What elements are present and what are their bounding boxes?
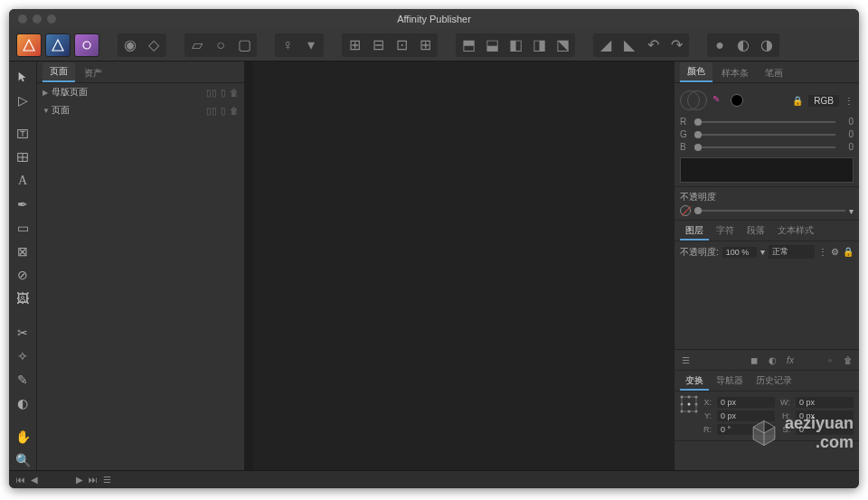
canvas-area[interactable]	[244, 61, 674, 470]
tab-textstyles[interactable]: 文本样式	[772, 222, 819, 241]
toolbar-btn-3[interactable]: ▱	[185, 34, 209, 56]
tab-paragraph[interactable]: 段落	[741, 222, 770, 241]
toolbar-btn-7[interactable]: ▾	[299, 34, 323, 56]
delete-icon[interactable]: 🗑	[230, 106, 239, 116]
crop-tool[interactable]: ✂	[12, 323, 33, 343]
r-value[interactable]: 0	[841, 117, 854, 127]
persona-designer[interactable]	[45, 33, 71, 57]
tab-pages[interactable]: 页面	[42, 62, 75, 82]
opacity-dropdown-icon[interactable]: ▾	[849, 206, 854, 216]
blend-stepper-icon[interactable]: ⋮	[818, 247, 827, 257]
picker-tool-icon[interactable]: ✎	[712, 94, 725, 107]
tab-swatches[interactable]: 样本条	[714, 64, 756, 82]
gear-icon[interactable]: ⚙	[831, 247, 839, 257]
next-page-icon[interactable]: ▶	[76, 475, 83, 485]
move-tool[interactable]	[12, 67, 33, 87]
toolbar-btn-10[interactable]: ⊡	[390, 34, 413, 56]
w-input[interactable]: 0 px	[796, 397, 854, 408]
zoom-window-button[interactable]	[47, 14, 56, 24]
toolbar-btn-11[interactable]: ⊞	[413, 34, 437, 56]
pen-tool[interactable]: ✒	[12, 194, 33, 214]
minimize-window-button[interactable]	[33, 14, 42, 24]
add-layer-icon[interactable]: ▫	[823, 354, 837, 366]
toolbar-btn-8[interactable]: ⊞	[343, 34, 366, 56]
opacity-slider[interactable]	[694, 210, 845, 212]
toolbar-flip-h[interactable]: ◢	[594, 34, 618, 56]
toolbar-rotate-l[interactable]: ↶	[641, 34, 665, 56]
tab-transform[interactable]: 变换	[680, 373, 709, 391]
fill-tool[interactable]: ✎	[12, 370, 33, 390]
layers-stack-icon[interactable]: ☰	[678, 354, 693, 366]
toolbar-btn-23[interactable]: ◑	[755, 34, 778, 56]
y-input[interactable]: 0 px	[717, 410, 775, 421]
tab-navigator[interactable]: 导航器	[711, 373, 749, 391]
mask-icon[interactable]: ◼	[747, 354, 761, 366]
toolbar-btn-14[interactable]: ◧	[504, 34, 527, 56]
blend-mode-dropdown[interactable]: 正常	[769, 245, 815, 259]
close-window-button[interactable]	[18, 14, 27, 24]
persona-photo[interactable]	[74, 33, 99, 57]
node-tool[interactable]: ▷	[12, 90, 33, 110]
g-slider[interactable]	[694, 134, 835, 136]
toolbar-btn-13[interactable]: ⬓	[480, 34, 504, 56]
page-dropdown-icon[interactable]: ☰	[103, 475, 111, 485]
lock-layer-icon[interactable]: 🔒	[843, 247, 854, 257]
tab-layers[interactable]: 图层	[680, 222, 709, 241]
h-input[interactable]: 0 px	[796, 410, 854, 421]
r-slider[interactable]	[694, 121, 835, 123]
color-menu-icon[interactable]: ⋮	[844, 96, 854, 106]
layers-list[interactable]	[675, 262, 859, 349]
toolbar-btn-2[interactable]: ◇	[142, 34, 165, 56]
toolbar-btn-9[interactable]: ⊟	[366, 34, 390, 56]
picture-frame-tool[interactable]: ⊠	[12, 241, 33, 261]
toolbar-btn-15[interactable]: ◨	[527, 34, 551, 56]
transparency-tool[interactable]: ◐	[12, 393, 33, 413]
r-input[interactable]: 0 °	[717, 424, 775, 435]
fx-icon[interactable]: fx	[783, 354, 797, 366]
b-value[interactable]: 0	[841, 142, 854, 152]
toolbar-btn-5[interactable]: ▢	[232, 34, 256, 56]
table-tool[interactable]	[12, 147, 33, 167]
delete-icon[interactable]: 🗑	[230, 88, 239, 98]
toolbar-btn-1[interactable]: ◉	[118, 34, 142, 56]
fill-well[interactable]	[680, 90, 700, 110]
tab-color[interactable]: 颜色	[680, 62, 712, 82]
first-page-icon[interactable]: ⏮	[16, 475, 25, 485]
delete-layer-icon[interactable]: 🗑	[841, 354, 855, 366]
x-input[interactable]: 0 px	[717, 397, 775, 408]
layer-opacity-input[interactable]: 100 %	[722, 247, 757, 258]
pan-tool[interactable]: ✋	[12, 427, 33, 447]
tab-assets[interactable]: 资产	[77, 64, 109, 82]
zoom-tool[interactable]: 🔍	[12, 450, 33, 470]
toolbar-flip-v[interactable]: ◣	[618, 34, 641, 56]
toolbar-btn-21[interactable]: ●	[708, 34, 731, 56]
s-input[interactable]: 0 °	[796, 424, 854, 435]
spread-icon[interactable]: ▯▯	[206, 88, 217, 98]
toolbar-btn-16[interactable]: ⬔	[551, 34, 574, 56]
shape-tool[interactable]: ▭	[12, 218, 33, 238]
toolbar-btn-4[interactable]: ○	[209, 34, 232, 56]
page-icon[interactable]: ▯	[221, 88, 226, 98]
opacity-stepper-icon[interactable]: ▾	[760, 247, 765, 257]
tab-character[interactable]: 字符	[711, 222, 740, 241]
color-mode-dropdown[interactable]: RGB	[808, 95, 839, 107]
tab-history[interactable]: 历史记录	[750, 373, 797, 391]
vector-crop-tool[interactable]: ✧	[12, 346, 33, 366]
toolbar-btn-22[interactable]: ◐	[731, 34, 755, 56]
stock-tool[interactable]: ⊘	[12, 265, 33, 285]
tab-stroke[interactable]: 笔画	[758, 64, 790, 82]
toolbar-btn-12[interactable]: ⬒	[457, 34, 480, 56]
toolbar-btn-6[interactable]: ♀	[276, 34, 299, 56]
prev-page-icon[interactable]: ◀	[31, 475, 38, 485]
adjustment-icon[interactable]: ◐	[765, 354, 779, 366]
no-opacity-icon[interactable]	[680, 205, 691, 216]
place-image-tool[interactable]: 🖼	[12, 288, 33, 308]
g-value[interactable]: 0	[841, 129, 854, 139]
last-page-icon[interactable]: ⏭	[89, 475, 98, 485]
spread-icon[interactable]: ▯▯	[206, 106, 217, 116]
artistic-text-tool[interactable]: A	[12, 171, 33, 191]
pages-row[interactable]: ▼ 页面 ▯▯ ▯ 🗑	[37, 101, 244, 119]
anchor-widget[interactable]	[680, 395, 698, 437]
lock-icon[interactable]: 🔒	[792, 96, 803, 106]
persona-publisher[interactable]	[16, 33, 42, 57]
